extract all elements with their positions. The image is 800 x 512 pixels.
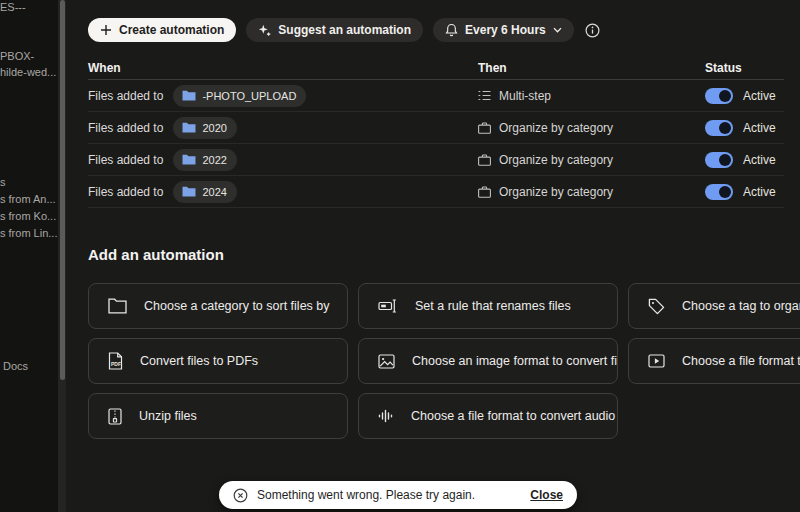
sidebar-item[interactable]: PBOX- [0, 50, 34, 62]
table-row[interactable]: Files added to 2020 Organize by category… [88, 112, 784, 144]
card-convert-image[interactable]: Choose an image format to convert files … [358, 338, 618, 384]
folder-chip-label: -PHOTO_UPLOAD [202, 90, 296, 102]
when-text: Files added to [88, 185, 163, 199]
folder-chip[interactable]: -PHOTO_UPLOAD [173, 85, 306, 107]
organize-icon [478, 186, 491, 198]
plus-icon [100, 24, 112, 36]
status-label: Active [743, 89, 776, 103]
card-label: Unzip files [139, 409, 197, 423]
automation-cards-grid: Choose a category to sort files by Set a… [88, 283, 800, 439]
table-row[interactable]: Files added to -PHOTO_UPLOAD Multi-step … [88, 80, 784, 112]
sparkle-icon [258, 24, 271, 37]
schedule-label: Every 6 Hours [465, 23, 546, 37]
status-label: Active [743, 153, 776, 167]
toggle-knob [719, 154, 731, 166]
create-automation-button[interactable]: Create automation [88, 18, 236, 42]
table-row[interactable]: Files added to 2024 Organize by category… [88, 176, 784, 208]
sidebar-item[interactable]: hilde-wed... [0, 66, 56, 78]
image-icon [378, 354, 395, 369]
toast-close-button[interactable]: Close [530, 488, 563, 502]
column-header-when: When [88, 61, 478, 75]
when-text: Files added to [88, 121, 163, 135]
folder-icon [182, 122, 196, 133]
status-toggle[interactable] [705, 120, 733, 136]
card-tag-organize[interactable]: Choose a tag to organize and find f [628, 283, 800, 329]
card-label: Choose a file format to convert vid [682, 354, 800, 368]
card-convert-video[interactable]: Choose a file format to convert vid [628, 338, 800, 384]
schedule-dropdown[interactable]: Every 6 Hours [433, 18, 574, 42]
folder-chip[interactable]: 2022 [173, 149, 236, 171]
bell-icon [445, 23, 458, 37]
sidebar-item[interactable]: s from Ko... [0, 210, 56, 222]
status-label: Active [743, 121, 776, 135]
error-toast: Something went wrong. Please try again. … [219, 481, 577, 509]
table-header-row: When Then Status [88, 57, 784, 80]
toggle-knob [719, 122, 731, 134]
column-header-then: Then [478, 61, 705, 75]
suggest-automation-label: Suggest an automation [278, 23, 411, 37]
organize-icon [478, 122, 491, 134]
then-label: Multi-step [499, 89, 551, 103]
toolbar: Create automation Suggest an automation … [88, 18, 601, 42]
then-label: Organize by category [499, 185, 613, 199]
folder-chip[interactable]: 2024 [173, 181, 236, 203]
organize-icon [478, 154, 491, 166]
chevron-down-icon [553, 27, 562, 33]
sidebar-item[interactable]: s [0, 176, 6, 188]
sidebar-item[interactable]: s from An... [0, 193, 56, 205]
folder-chip[interactable]: 2020 [173, 117, 236, 139]
multi-step-list-icon [478, 90, 491, 101]
card-label: Convert files to PDFs [140, 354, 258, 368]
sidebar-item[interactable]: ES--- [0, 1, 26, 13]
folder-chip-label: 2022 [202, 154, 226, 166]
info-icon[interactable] [584, 22, 601, 39]
card-label: Choose a tag to organize and find f [682, 299, 800, 313]
when-text: Files added to [88, 153, 163, 167]
zip-icon [108, 408, 122, 425]
tag-icon [648, 298, 665, 315]
card-label: Choose a category to sort files by [144, 299, 330, 313]
toast-message: Something went wrong. Please try again. [257, 488, 475, 502]
card-label: Set a rule that renames files [415, 299, 571, 313]
create-automation-label: Create automation [119, 23, 224, 37]
toggle-knob [719, 186, 731, 198]
status-toggle[interactable] [705, 184, 733, 200]
folder-icon [182, 90, 196, 101]
card-label: Choose a file format to convert audio fi… [411, 409, 618, 423]
pdf-icon: PDF [108, 352, 123, 370]
add-automation-title: Add an automation [88, 246, 224, 263]
card-convert-audio[interactable]: Choose a file format to convert audio fi… [358, 393, 618, 439]
folder-chip-label: 2020 [202, 122, 226, 134]
then-label: Organize by category [499, 121, 613, 135]
sidebar-item[interactable]: Docs [3, 360, 28, 372]
folder-icon [182, 154, 196, 165]
video-icon [648, 354, 665, 368]
status-label: Active [743, 185, 776, 199]
rename-icon [378, 299, 398, 313]
when-text: Files added to [88, 89, 163, 103]
card-sort-by-category[interactable]: Choose a category to sort files by [88, 283, 348, 329]
automations-table: When Then Status Files added to -PHOTO_U… [88, 57, 784, 208]
automations-page: ES--- PBOX- hilde-wed... s s from An... … [0, 0, 800, 512]
card-convert-pdf[interactable]: PDF Convert files to PDFs [88, 338, 348, 384]
then-label: Organize by category [499, 153, 613, 167]
status-toggle[interactable] [705, 152, 733, 168]
audio-waveform-icon [378, 409, 394, 423]
suggest-automation-button[interactable]: Suggest an automation [246, 18, 423, 42]
card-label: Choose an image format to convert files … [412, 354, 618, 368]
folder-icon [108, 298, 127, 314]
toggle-knob [719, 90, 731, 102]
table-row[interactable]: Files added to 2022 Organize by category… [88, 144, 784, 176]
sidebar-item[interactable]: s from Lin... [0, 227, 57, 239]
sidebar-scrollbar-thumb[interactable] [60, 0, 65, 380]
card-unzip[interactable]: Unzip files [88, 393, 348, 439]
folder-icon [182, 186, 196, 197]
folder-chip-label: 2024 [202, 186, 226, 198]
card-rename-rule[interactable]: Set a rule that renames files [358, 283, 618, 329]
sidebar: ES--- PBOX- hilde-wed... s s from An... … [0, 0, 58, 512]
status-toggle[interactable] [705, 88, 733, 104]
svg-text:PDF: PDF [111, 361, 121, 367]
column-header-status: Status [705, 61, 784, 75]
error-circle-icon [233, 488, 248, 503]
